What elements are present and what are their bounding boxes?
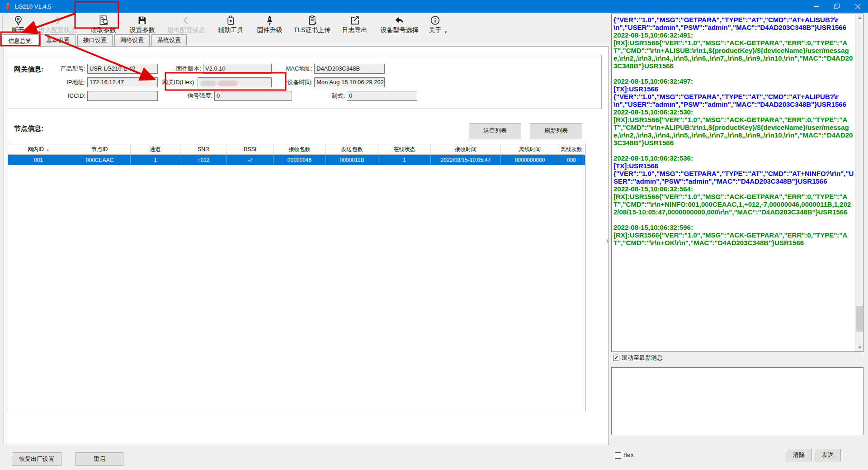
col-header-channel[interactable]: 通道 — [131, 144, 180, 155]
cell-node-id: 000CEAAC — [69, 155, 131, 165]
scroll-to-latest-checkbox[interactable] — [613, 355, 619, 361]
col-header-net-id[interactable]: 网内ID▲ — [8, 144, 69, 155]
factory-reset-button[interactable]: 恢复出厂设置 — [12, 452, 61, 466]
product-model-label: 产品型号: — [33, 64, 85, 74]
tls-cert-upload-button[interactable]: TLS证书上传 — [289, 13, 335, 34]
log-line: 2022-08-15,10:06:32:497: — [613, 77, 854, 85]
log-scrollbar[interactable] — [855, 14, 863, 351]
tab-info-overview[interactable]: 信息总览 — [1, 34, 38, 47]
send-button[interactable]: 发送 — [815, 449, 841, 461]
log-output-box[interactable]: {"VER":"1.0","MSG":"GETPARA","TYPE":"AT"… — [611, 14, 863, 352]
log-line: [RX]:USR1566{"VER":"1.0","MSG":"ACK-GETP… — [613, 193, 854, 216]
log-line — [613, 70, 854, 77]
send-input[interactable] — [611, 367, 863, 435]
log-export-label: 日志导出 — [342, 26, 368, 33]
clear-list-button[interactable]: 清空列表 — [469, 123, 521, 138]
toolbox-icon — [225, 14, 236, 26]
scroll-up-icon[interactable] — [856, 14, 863, 22]
log-line: [RX]:USR1566{"VER":"1.0","MSG":"ACK-GETP… — [613, 116, 854, 147]
mac-address-field[interactable]: D4AD203C348B — [314, 64, 385, 74]
about-label: 关于 — [429, 26, 442, 33]
read-params-button[interactable]: 读取参数 — [83, 13, 124, 34]
log-line: [RX]:USR1566{"VER":"1.0","MSG":"ACK-GETP… — [613, 231, 854, 247]
log-line: 2022-08-15,10:06:32:536: — [613, 154, 854, 162]
cell-online-status: 1 — [378, 155, 431, 165]
col-header-tx-packets[interactable]: 发送包数 — [326, 144, 378, 155]
log-line: [TX]:USR1566 — [613, 85, 854, 93]
exit-config-label: 退出配置状态 — [167, 26, 205, 33]
read-params-label: 读取参数 — [91, 26, 116, 33]
firmware-upgrade-button[interactable]: 固件升级 — [250, 13, 289, 34]
col-header-online-status[interactable]: 在线状态 — [378, 144, 431, 155]
clear-log-button[interactable]: 清除 — [786, 449, 812, 461]
device-model-select-label: 设备型号选择 — [381, 26, 419, 33]
read-params-icon — [98, 14, 109, 26]
hex-label: Hex — [623, 452, 634, 459]
about-dropdown-icon[interactable]: ▾ — [445, 30, 447, 34]
tab-basic-settings[interactable]: 基本设置 — [40, 34, 75, 46]
scroll-to-latest-row: 滚动至最新消息 — [613, 354, 663, 362]
log-export-button[interactable]: 日志导出 — [335, 13, 374, 34]
app-icon — [4, 3, 11, 10]
signal-strength-label: 信号强度: — [160, 91, 212, 101]
col-header-offline-count[interactable]: 离线次数 — [559, 144, 584, 155]
cell-channel: 1 — [131, 155, 180, 165]
aux-tools-button[interactable]: 辅助工具 — [212, 13, 250, 34]
reboot-button[interactable]: 重启 — [75, 452, 123, 466]
node-table-header: 网内ID▲ 节点ID 通道 SNR RSSI 接收包数 发送包数 在线状态 接收… — [8, 144, 585, 155]
tls-cert-upload-label: TLS证书上传 — [294, 26, 331, 33]
ip-address-label: IP地址: — [33, 77, 85, 87]
log-line: {"VER":"1.0","MSG":"GETPARA","TYPE":"AT"… — [613, 93, 854, 108]
disconnect-pin-icon — [13, 14, 24, 26]
device-time-field[interactable]: Mon Aug 15 10:06:29 2022 — [314, 77, 385, 87]
minimize-button[interactable] — [806, 0, 826, 13]
enter-config-button[interactable]: 进入配置状态 — [33, 13, 83, 34]
device-model-select-button[interactable]: 设备型号选择 — [374, 13, 425, 34]
gateway-id-label: 网关ID(Hex): — [143, 77, 196, 87]
col-header-rssi[interactable]: RSSI — [227, 144, 274, 155]
network-standard-field[interactable]: 0 — [347, 91, 417, 101]
log-line: {"VER":"1.0","MSG":"GETPARA","TYPE":"AT"… — [613, 170, 854, 185]
signal-strength-field[interactable]: 0 — [214, 91, 292, 101]
log-line — [613, 147, 854, 154]
hex-checkbox[interactable] — [615, 452, 621, 459]
cell-offline-count: 000 — [559, 155, 584, 165]
toolbar-grip[interactable] — [2, 14, 4, 33]
log-line: [RX]:USR1566{"VER":"1.0","MSG":"ACK-GETP… — [613, 39, 854, 70]
node-table-row-selected[interactable]: 001 000CEAAC 1 +012 -7 00000046 0000011B… — [8, 155, 585, 165]
col-header-node-id[interactable]: 节点ID — [69, 144, 131, 155]
window-title: LG210 V1.4.5 — [15, 3, 51, 10]
scrollbar-thumb[interactable] — [856, 306, 863, 332]
log-line: {"VER":"1.0","MSG":"GETPARA","TYPE":"AT"… — [613, 16, 854, 31]
scroll-down-icon[interactable] — [856, 344, 863, 351]
exit-config-button[interactable]: 退出配置状态 — [161, 13, 212, 34]
tab-network-settings[interactable]: 网络设置 — [114, 34, 150, 46]
close-button[interactable] — [847, 0, 868, 13]
disconnect-label: 断开 — [12, 26, 24, 33]
info-overview-page: 网关信息: 产品型号: USR-LG210-L-42 固件版本: V2.0.10… — [4, 46, 609, 445]
col-header-rx-time[interactable]: 接收时间 — [431, 144, 501, 155]
cell-tx-packets: 0000011B — [326, 155, 378, 165]
enter-config-label: 进入配置状态 — [39, 26, 77, 33]
restore-button[interactable] — [826, 0, 847, 13]
node-table: 网内ID▲ 节点ID 通道 SNR RSSI 接收包数 发送包数 在线状态 接收… — [8, 144, 585, 411]
set-params-button[interactable]: 设置参数 — [124, 13, 161, 34]
cell-rx-time: 2022/08/15-10:05:47 — [431, 155, 501, 165]
product-model-field[interactable]: USR-LG210-L-42 — [87, 64, 158, 74]
log-output: {"VER":"1.0","MSG":"GETPARA","TYPE":"AT"… — [613, 16, 854, 350]
about-button[interactable]: 关于 — [425, 13, 446, 34]
tab-interface-settings[interactable]: 接口设置 — [77, 34, 113, 46]
col-header-rx-packets[interactable]: 接收包数 — [274, 144, 326, 155]
col-header-snr[interactable]: SNR — [180, 144, 227, 155]
redacted-value — [201, 81, 216, 86]
tab-system-settings[interactable]: 系统设置 — [151, 34, 187, 46]
export-icon — [349, 14, 360, 26]
splitter-collapse-icon[interactable] — [607, 239, 609, 243]
refresh-list-button[interactable]: 刷新列表 — [530, 123, 582, 138]
iccid-label: ICCID: — [33, 91, 85, 101]
disconnect-button[interactable]: 断开 — [5, 13, 31, 34]
cell-rssi: -7 — [227, 155, 274, 165]
col-header-offline-time[interactable]: 离线时间 — [501, 144, 559, 155]
iccid-field[interactable] — [87, 91, 158, 101]
scroll-to-latest-label: 滚动至最新消息 — [622, 354, 663, 362]
